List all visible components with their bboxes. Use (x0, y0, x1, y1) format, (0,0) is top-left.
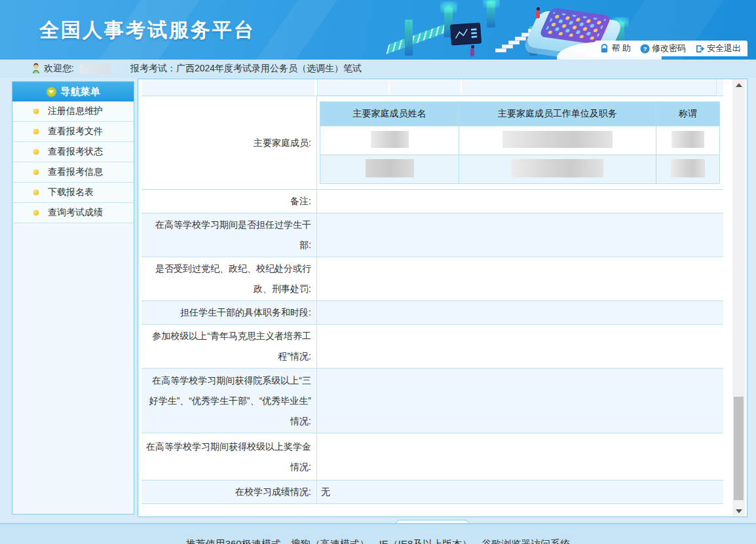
welcome-label: 欢迎您: (44, 63, 74, 75)
user-avatar-icon (31, 63, 41, 75)
field-value (317, 301, 723, 324)
logout-button[interactable]: 安全退出 (695, 43, 741, 54)
sidebar: 导航菜单 注册信息维护 查看报考文件 查看报考状态 查看报考信息 下载报名表 查… (12, 81, 134, 515)
bullet-icon (33, 129, 39, 134)
table-row (320, 126, 720, 155)
sidebar-item-exam-files[interactable]: 查看报考文件 (12, 122, 134, 142)
redacted-cell (512, 159, 603, 177)
sidebar-item-download-form[interactable]: 下载报名表 (12, 183, 134, 203)
lock-icon (599, 44, 609, 54)
table-row-honors: 在高等学校学习期间获得院系级以上“三好学生”、“优秀学生干部”、“优秀毕业生”情… (142, 369, 723, 433)
monitor-illustration (450, 22, 482, 45)
pillar-illustration (529, 26, 537, 56)
conveyor-illustration (386, 22, 450, 55)
field-label: 主要家庭成员: (142, 96, 317, 189)
inner-table-fragment (317, 79, 717, 96)
welcome-bar: 欢迎您: 报考考试：广西2024年度考试录用公务员（选调生）笔试 (0, 60, 756, 78)
redacted-cell (366, 159, 414, 177)
table-row (320, 155, 720, 184)
change-password-button[interactable]: ? 修改密码 (640, 43, 686, 54)
help-button[interactable]: 帮 助 (599, 43, 631, 54)
table-row-scholarship: 在高等学校学习期间获得校级以上奖学金情况: (142, 433, 723, 481)
bullet-icon (33, 170, 39, 175)
table-row-academic-record: 在校学习成绩情况: 无 (142, 481, 723, 504)
table-row-discipline: 是否受到过党纪、政纪、校纪处分或行政、刑事处罚: (142, 257, 723, 301)
exam-info: 报考考试：广西2024年度考试录用公务员（选调生）笔试 (130, 63, 362, 75)
scroll-down-button[interactable] (732, 505, 745, 517)
sidebar-item-exam-info[interactable]: 查看报考信息 (12, 162, 134, 183)
redacted-cell (371, 131, 409, 148)
bullet-icon (33, 149, 39, 154)
sidebar-item-exam-status[interactable]: 查看报考状态 (12, 142, 134, 162)
nav-menu-header[interactable]: 导航菜单 (12, 82, 134, 101)
redacted-cell (502, 131, 613, 148)
registration-form: 主要家庭成员: 主要家庭成员姓名 主要家庭成员工作单位及职务 称谓 (142, 79, 723, 538)
table-row-fragment (142, 79, 723, 96)
bullet-icon (33, 210, 39, 215)
bullet-icon (33, 190, 39, 195)
field-value (317, 325, 723, 368)
scroll-up-button[interactable] (732, 79, 745, 90)
field-value (317, 433, 723, 480)
column-header: 主要家庭成员姓名 (320, 102, 459, 126)
stairs-illustration (515, 37, 526, 41)
stairs-illustration (528, 29, 539, 33)
field-label: 在高等学校学习期间获得校级以上奖学金情况: (142, 433, 317, 480)
field-label: 在高等学校学习期间是否担任过学生干部: (142, 213, 317, 257)
browser-recommendation: 推荐使用360极速模式、搜狗（高速模式）、IE（IE8及以上版本）、谷歌浏览器访… (0, 538, 756, 544)
column-header: 称谓 (656, 102, 720, 126)
family-members-table: 主要家庭成员姓名 主要家庭成员工作单位及职务 称谓 (320, 101, 720, 184)
site-title: 全国人事考试服务平台 (39, 17, 255, 44)
glow-illustration (440, 1, 457, 13)
question-icon: ? (640, 44, 650, 54)
svg-text:?: ? (643, 46, 647, 52)
table-row-family-members: 主要家庭成员: 主要家庭成员姓名 主要家庭成员工作单位及职务 称谓 (142, 96, 723, 190)
exit-icon (695, 44, 705, 54)
arrow-down-icon (736, 509, 742, 513)
field-value (317, 369, 723, 433)
redacted-cell (671, 159, 705, 177)
field-label: 担任学生干部的具体职务和时段: (142, 301, 317, 324)
bullet-icon (33, 109, 39, 114)
table-row-remarks: 备注: (142, 190, 723, 213)
vertical-scrollbar[interactable] (732, 79, 745, 517)
page-footer: 推荐使用360极速模式、搜狗（高速模式）、IE（IE8及以上版本）、谷歌浏览器访… (0, 523, 756, 544)
chevron-down-icon (47, 87, 56, 97)
person-illustration (536, 10, 540, 18)
sidebar-item-exam-scores[interactable]: 查询考试成绩 (12, 203, 134, 223)
table-row-cadre-duty: 担任学生干部的具体职务和时段: (142, 301, 723, 325)
scrollbar-thumb[interactable] (734, 397, 744, 500)
field-label: 在高等学校学习期间获得院系级以上“三好学生”、“优秀学生干部”、“优秀毕业生”情… (142, 369, 317, 433)
field-label: 备注: (142, 190, 317, 213)
table-row-marxism-program: 参加校级以上“青年马克思主义者培养工程”情况: (142, 325, 723, 369)
field-label: 参加校级以上“青年马克思主义者培养工程”情况: (142, 325, 317, 368)
arrow-up-icon (736, 83, 742, 87)
tablet-illustration (539, 8, 612, 45)
redacted-cell (671, 131, 704, 148)
family-table-header: 主要家庭成员姓名 主要家庭成员工作单位及职务 称谓 (320, 102, 720, 126)
column-header: 主要家庭成员工作单位及职务 (459, 102, 656, 126)
pillar-illustration (444, 8, 453, 37)
header-decor-streak (248, 0, 342, 60)
field-value (317, 213, 723, 257)
header-action-bar: 帮 助 ? 修改密码 安全退出 (586, 41, 747, 56)
field-label: 是否受到过党纪、政纪、校纪处分或行政、刑事处罚: (142, 257, 317, 300)
app-header: 全国人事考试服务平台 帮 助 (0, 0, 756, 60)
person-illustration (470, 48, 474, 56)
stairs-illustration (502, 45, 513, 48)
field-value (317, 190, 723, 213)
stairs-illustration (495, 48, 506, 52)
pillar-illustration (405, 20, 413, 56)
sidebar-item-register-info[interactable]: 注册信息维护 (12, 101, 134, 122)
pillar-illustration (487, 1, 495, 27)
username-redacted (79, 63, 111, 74)
main-panel: 主要家庭成员: 主要家庭成员姓名 主要家庭成员工作单位及职务 称谓 (138, 79, 747, 517)
field-label: 在校学习成绩情况: (142, 481, 317, 503)
glow-illustration (483, 0, 500, 8)
stairs-illustration (521, 33, 533, 37)
table-row-student-cadre: 在高等学校学习期间是否担任过学生干部: (142, 213, 723, 257)
field-value: 无 (317, 481, 723, 503)
field-value (317, 257, 723, 300)
stairs-illustration (508, 41, 520, 45)
